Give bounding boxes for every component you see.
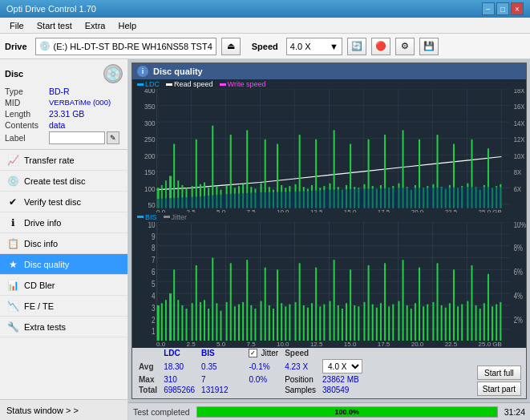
- svg-rect-214: [423, 306, 424, 341]
- svg-text:3: 3: [152, 302, 156, 312]
- read-speed-legend-dot: [166, 83, 172, 86]
- svg-text:6%: 6%: [514, 268, 523, 277]
- disc-icon: 💿: [103, 64, 123, 83]
- disc-info-label: Disc info: [24, 239, 58, 248]
- avg-ldc: 18.30: [164, 359, 200, 374]
- progress-bar: 100.0%: [196, 406, 498, 418]
- svg-text:200: 200: [144, 151, 156, 160]
- extra-tests-icon: 🔧: [6, 321, 19, 333]
- label-input[interactable]: [49, 131, 105, 144]
- speed-select[interactable]: 4.0 X 2.0 X 8.0 X: [322, 359, 362, 374]
- jitter-checkbox[interactable]: ✓: [249, 349, 257, 357]
- sidebar-item-disc-quality[interactable]: ★ Disc quality: [0, 254, 127, 275]
- svg-rect-156: [173, 269, 175, 341]
- label-edit-button[interactable]: ✎: [107, 131, 119, 144]
- drive-label: Drive: [5, 42, 27, 51]
- svg-rect-155: [169, 293, 172, 341]
- svg-rect-217: [437, 263, 439, 341]
- minimize-button[interactable]: −: [482, 2, 495, 15]
- create-test-disc-label: Create test disc: [24, 176, 85, 186]
- status-window-button[interactable]: Status window > >: [0, 399, 127, 420]
- close-button[interactable]: ×: [511, 2, 524, 15]
- drive-selector[interactable]: 💿 (E:) HL-DT-ST BD-RE WH16NS58 TST4: [35, 38, 216, 55]
- stats-table: LDC BIS ✓ Jitter Speed: [137, 347, 369, 396]
- label-field-label: Label: [5, 133, 49, 143]
- menu-extra[interactable]: Extra: [79, 20, 112, 31]
- burn-button[interactable]: 🔴: [371, 38, 390, 55]
- menu-help[interactable]: Help: [111, 20, 143, 31]
- svg-text:6X: 6X: [514, 186, 522, 193]
- svg-rect-200: [363, 301, 365, 341]
- sidebar-item-fe-te[interactable]: 📉 FE / TE: [0, 296, 127, 317]
- svg-rect-221: [453, 269, 455, 341]
- settings-button[interactable]: ⚙: [395, 38, 415, 55]
- svg-rect-224: [467, 301, 468, 341]
- svg-rect-162: [200, 301, 201, 341]
- sidebar-item-create-test-disc[interactable]: 💿 Create test disc: [0, 171, 127, 192]
- sidebar-item-extra-tests[interactable]: 🔧 Extra tests: [0, 317, 127, 337]
- svg-text:10X: 10X: [514, 152, 525, 160]
- svg-rect-196: [346, 303, 347, 341]
- jitter-check-label: Jitter: [261, 349, 278, 357]
- eject-button[interactable]: ⏏: [221, 38, 241, 55]
- svg-text:8: 8: [152, 243, 156, 252]
- svg-text:4: 4: [152, 290, 156, 300]
- stats-row: LDC BIS ✓ Jitter Speed: [132, 344, 526, 398]
- samples-label: Samples: [285, 386, 316, 394]
- mid-label: MID: [5, 98, 49, 107]
- bx-label-10: 10.0: [277, 341, 289, 348]
- svg-rect-227: [479, 309, 481, 341]
- svg-rect-174: [250, 305, 252, 341]
- svg-rect-183: [289, 304, 290, 341]
- svg-rect-184: [295, 301, 297, 341]
- svg-rect-186: [303, 305, 305, 341]
- title-bar: Opti Drive Control 1.70 − □ ×: [0, 0, 530, 18]
- start-full-button[interactable]: Start full: [477, 365, 521, 380]
- bis-legend-label: BIS: [145, 213, 157, 221]
- sidebar-item-verify-test-disc[interactable]: ✔ Verify test disc: [0, 192, 127, 212]
- sidebar-item-cd-bler[interactable]: 📊 CD Bler: [0, 275, 127, 296]
- sidebar-item-disc-info[interactable]: 📋 Disc info: [0, 233, 127, 254]
- svg-rect-226: [475, 305, 477, 341]
- sidebar: Disc 💿 Type BD-R MID VERBATiMe (000) Len…: [0, 59, 128, 420]
- status-text: Test completed: [133, 407, 190, 417]
- start-part-button[interactable]: Start part: [477, 382, 521, 396]
- speed-dropdown-icon: ▼: [330, 42, 338, 51]
- length-value: 23.31 GB: [49, 109, 84, 119]
- svg-rect-182: [285, 306, 286, 341]
- speed-selector[interactable]: 4.0 X ▼: [286, 38, 342, 55]
- refresh-button[interactable]: 🔄: [347, 38, 366, 55]
- svg-rect-209: [403, 260, 404, 341]
- bx-label-2-5: 2.5: [186, 341, 195, 348]
- verify-test-disc-icon: ✔: [6, 196, 19, 208]
- svg-text:18X: 18X: [514, 89, 525, 95]
- panel-title: Disc quality: [153, 67, 203, 76]
- svg-rect-176: [261, 301, 262, 341]
- speed-label: Speed: [252, 42, 278, 51]
- sidebar-item-transfer-rate[interactable]: 📈 Transfer rate: [0, 150, 127, 171]
- status-bar: Test completed 100.0% 31:24: [128, 402, 530, 420]
- svg-rect-157: [177, 300, 179, 341]
- panel-header-icon: i: [137, 66, 148, 77]
- svg-rect-193: [334, 260, 335, 341]
- menu-file[interactable]: File: [3, 20, 30, 31]
- maximize-button[interactable]: □: [496, 2, 509, 15]
- toolbar: Drive 💿 (E:) HL-DT-ST BD-RE WH16NS58 TST…: [0, 34, 530, 59]
- svg-text:10: 10: [148, 222, 156, 229]
- disc-quality-panel: i Disc quality LDC Read speed: [131, 63, 527, 399]
- save-button[interactable]: 💾: [419, 38, 439, 55]
- speed-value: 4.0 X: [290, 42, 311, 51]
- svg-rect-197: [350, 269, 351, 341]
- svg-text:8%: 8%: [514, 244, 523, 252]
- svg-rect-205: [384, 263, 386, 341]
- sidebar-item-drive-info[interactable]: ℹ Drive info: [0, 212, 127, 233]
- svg-text:100: 100: [144, 185, 156, 194]
- bx-label-25: 25.0 GB: [479, 341, 502, 348]
- progress-text: 100.0%: [334, 408, 359, 416]
- svg-rect-161: [196, 265, 197, 341]
- svg-text:8X: 8X: [514, 169, 522, 176]
- transfer-rate-label: Transfer rate: [24, 155, 75, 165]
- svg-text:250: 250: [144, 135, 156, 144]
- menu-start-test[interactable]: Start test: [30, 20, 79, 31]
- total-label: Total: [139, 386, 162, 394]
